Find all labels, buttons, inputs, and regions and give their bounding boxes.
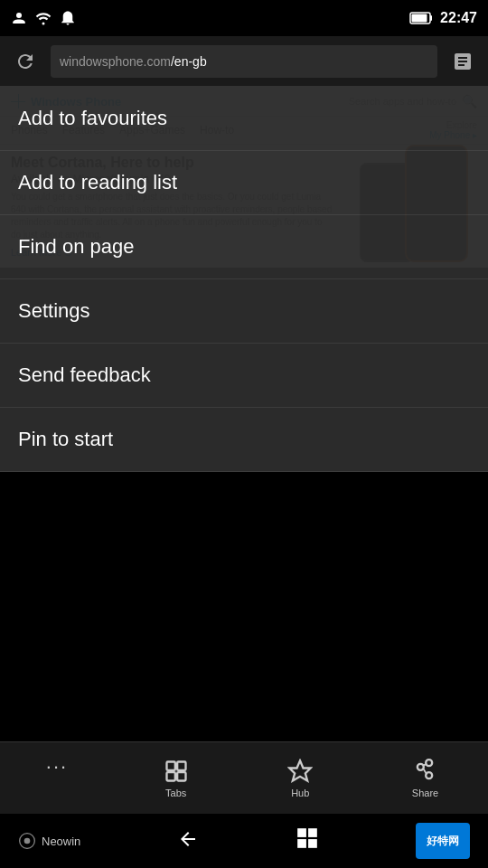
svg-rect-19 [297, 839, 306, 848]
status-icons-left [11, 10, 76, 26]
url-path: /en-gb [171, 54, 207, 69]
brand-icon [18, 832, 36, 850]
brand-name: Neowin [42, 835, 80, 848]
settings-item[interactable]: Settings [0, 279, 488, 344]
add-favourites-item[interactable]: Add to favourites [0, 87, 488, 151]
add-reading-list-item[interactable]: Add to reading list [0, 151, 488, 215]
status-bar: 22:47 [0, 0, 488, 36]
tabs-icon [164, 759, 189, 784]
hub-button[interactable]: Hub [269, 753, 331, 804]
windows-button[interactable] [296, 826, 319, 855]
svg-point-1 [42, 23, 45, 25]
system-nav-bar: Neowin 好特网 [0, 814, 488, 868]
find-on-page-item[interactable]: Find on page [0, 215, 488, 279]
location-icon [11, 10, 27, 26]
send-feedback-item[interactable]: Send feedback [0, 344, 488, 408]
back-icon [177, 828, 199, 850]
svg-rect-17 [297, 828, 306, 837]
battery-icon [409, 12, 433, 24]
url-display[interactable]: windowsphone.com/en-gb [51, 45, 437, 78]
share-icon [412, 759, 437, 784]
back-button[interactable] [177, 828, 199, 854]
haote-badge: 好特网 [416, 823, 470, 859]
svg-point-11 [427, 760, 433, 766]
tabs-button[interactable]: Tabs [145, 753, 207, 804]
svg-point-16 [24, 838, 31, 844]
reading-view-button[interactable] [446, 45, 479, 78]
reload-button[interactable] [9, 45, 42, 78]
svg-line-14 [424, 769, 427, 774]
pin-to-start-item[interactable]: Pin to start [0, 408, 488, 472]
browser-toolbar: ··· Tabs Hub Share [0, 741, 488, 814]
svg-rect-8 [177, 772, 185, 780]
svg-rect-6 [177, 761, 185, 769]
reading-icon [452, 51, 474, 72]
svg-rect-7 [166, 772, 174, 780]
status-time: 22:47 [440, 10, 477, 26]
address-bar: windowsphone.com/en-gb [0, 36, 488, 87]
windows-icon [296, 826, 319, 850]
svg-marker-9 [290, 760, 311, 780]
wifi-icon [34, 10, 52, 26]
reload-icon [14, 51, 36, 72]
share-button[interactable]: Share [394, 753, 456, 804]
hub-icon [287, 759, 313, 784]
svg-rect-5 [166, 761, 174, 769]
haote-text: 好特网 [427, 834, 459, 849]
hub-label: Hub [291, 788, 309, 798]
svg-rect-18 [308, 828, 317, 837]
context-menu: Add to favourites Add to reading list Fi… [0, 87, 488, 472]
share-label: Share [412, 788, 438, 798]
svg-rect-20 [308, 839, 317, 848]
url-base: windowsphone.com [60, 54, 171, 69]
svg-point-0 [16, 13, 22, 18]
status-right: 22:47 [409, 10, 477, 26]
svg-rect-3 [430, 15, 432, 21]
tabs-label: Tabs [165, 788, 186, 798]
svg-rect-4 [412, 14, 427, 23]
more-button[interactable]: ··· [32, 742, 82, 784]
notification-icon [60, 10, 76, 26]
nav-brand: Neowin [18, 832, 80, 850]
